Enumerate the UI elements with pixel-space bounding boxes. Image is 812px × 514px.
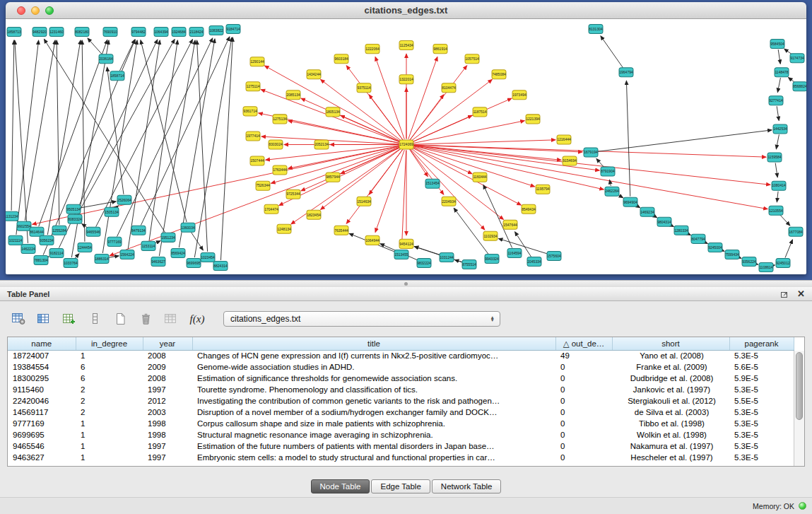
table-cell-pagerank[interactable]: 5.3E-5 <box>729 440 794 452</box>
table-cell-out_degree[interactable]: 0 <box>555 418 612 429</box>
graph-node[interactable]: 1513455 <box>394 250 408 259</box>
graph-node[interactable]: 1064944 <box>365 235 379 245</box>
table-cell-pagerank[interactable]: 5.3E-5 <box>729 452 794 463</box>
graph-node[interactable]: 1442534 <box>773 124 787 134</box>
table-cell-out_degree[interactable]: 0 <box>555 452 612 463</box>
table-cell-name[interactable]: 9465546 <box>8 440 76 452</box>
graph-edge[interactable] <box>369 149 403 194</box>
graph-node[interactable]: 9463627 <box>151 257 165 266</box>
graph-edge[interactable] <box>410 148 484 230</box>
graph-edge[interactable] <box>412 121 524 144</box>
graph-edge[interactable] <box>776 134 779 148</box>
graph-node[interactable]: 1360034 <box>181 223 195 232</box>
graph-edge[interactable] <box>78 40 175 214</box>
graph-node[interactable]: 1187514 <box>473 107 487 117</box>
table-row[interactable]: 969969511998Structural magnetic resonanc… <box>8 429 794 440</box>
graph-node[interactable]: 1033764 <box>64 258 78 267</box>
table-cell-name[interactable]: 9463627 <box>8 452 76 463</box>
graph-node[interactable]: 1547644 <box>503 220 517 229</box>
table-cell-in_degree[interactable]: 1 <box>76 452 143 463</box>
graph-node[interactable]: 1231460 <box>49 28 64 37</box>
table-row[interactable]: 1456911722003Disruption of a novel membe… <box>8 407 794 418</box>
graph-edge[interactable] <box>141 37 229 226</box>
table-options-icon[interactable] <box>8 310 28 328</box>
graph-edge[interactable] <box>775 163 777 177</box>
table-cell-title[interactable]: Estimation of the future numbers of pati… <box>192 440 555 452</box>
graph-node[interactable]: 1951234 <box>161 233 175 242</box>
graph-edge[interactable] <box>779 215 789 226</box>
graph-edge[interactable] <box>220 37 233 260</box>
table-cell-year[interactable]: 2003 <box>143 407 192 418</box>
close-panel-icon[interactable]: ✕ <box>797 289 805 298</box>
table-cell-in_degree[interactable]: 6 <box>76 361 143 373</box>
graph-node[interactable]: 9356224 <box>742 257 756 266</box>
graph-node[interactable]: 1064394 <box>154 28 168 37</box>
graph-node[interactable]: 1153114 <box>141 241 155 250</box>
network-canvas[interactable]: 1858713948292012314608082180769091097944… <box>6 19 806 274</box>
graph-node[interactable]: 1195794 <box>536 185 550 194</box>
table-cell-out_degree[interactable]: 0 <box>555 373 612 384</box>
graph-node[interactable]: 9356234 <box>40 235 54 245</box>
tab-edge-table[interactable]: Edge Table <box>371 479 430 493</box>
graph-edge[interactable] <box>785 240 792 258</box>
graph-node[interactable]: 1275134 <box>273 115 287 124</box>
table-selector-dropdown[interactable]: citations_edges.txt ▲▼ <box>223 311 500 327</box>
graph-node[interactable]: 8047794 <box>691 234 705 243</box>
table-cell-year[interactable]: 1998 <box>143 418 192 429</box>
graph-node[interactable]: 9184714 <box>226 25 240 34</box>
graph-node[interactable]: 1057514 <box>465 54 479 64</box>
graph-edge[interactable] <box>777 192 778 202</box>
graph-node[interactable]: 1434244 <box>307 70 321 79</box>
graph-node[interactable]: 9454124 <box>399 239 413 248</box>
graph-node[interactable]: 1514634 <box>357 197 371 206</box>
tab-node-table[interactable]: Node Table <box>311 479 370 493</box>
graph-node[interactable]: 9832224 <box>417 258 431 267</box>
graph-node[interactable]: 1164594 <box>507 248 522 257</box>
graph-node[interactable]: 8303024 <box>269 140 283 149</box>
graph-node[interactable]: 1083822 <box>209 26 223 35</box>
graph-node[interactable]: 1505134 <box>105 207 119 216</box>
graph-edge[interactable] <box>149 40 177 240</box>
graph-edge[interactable] <box>409 149 428 177</box>
graph-node[interactable]: 1275114 <box>246 82 260 91</box>
graph-node[interactable]: 1977414 <box>246 132 260 141</box>
table-cell-short[interactable]: Wolkin et al. (1998) <box>612 429 729 440</box>
new-document-icon[interactable] <box>110 310 130 328</box>
graph-node[interactable]: 1031244 <box>440 252 454 262</box>
graph-node[interactable]: 1248134 <box>277 224 291 233</box>
graph-node[interactable]: 8131304 <box>589 25 603 34</box>
table-row[interactable]: 1830029562008Estimation of significance … <box>8 373 794 384</box>
table-cell-year[interactable]: 2008 <box>143 373 192 384</box>
table-cell-title[interactable]: Structural magnetic resonance image aver… <box>192 429 555 440</box>
graph-node[interactable]: 8479134 <box>131 226 146 235</box>
minimize-window-icon[interactable] <box>31 6 40 15</box>
table-cell-title[interactable]: Corpus callosum shape and size in male p… <box>192 418 555 429</box>
table-cell-title[interactable]: Changes of HCN gene expression and I(f) … <box>192 350 555 361</box>
graph-node[interactable]: 9902554 <box>17 221 31 230</box>
graph-edge[interactable] <box>412 145 582 152</box>
table-cell-name[interactable]: 19384554 <box>8 361 76 373</box>
table-cell-year[interactable]: 1997 <box>143 440 192 452</box>
graph-edge[interactable] <box>778 49 780 64</box>
graph-node[interactable]: 2052134 <box>314 140 329 149</box>
graph-node[interactable]: 2036164 <box>99 54 113 64</box>
graph-node[interactable]: 1080414 <box>772 181 786 190</box>
graph-node[interactable]: 1513454 <box>425 179 440 188</box>
export-table-icon[interactable] <box>161 310 181 328</box>
graph-edge[interactable] <box>128 40 160 249</box>
graph-edge[interactable] <box>375 150 404 232</box>
table-cell-out_degree[interactable]: 0 <box>555 429 612 440</box>
table-cell-out_degree[interactable]: 0 <box>555 407 612 418</box>
table-cell-pagerank[interactable]: 5.3E-5 <box>729 429 794 440</box>
graph-node[interactable]: 9465546 <box>86 227 100 236</box>
graph-edge[interactable] <box>39 40 107 226</box>
zoom-window-icon[interactable] <box>45 6 54 15</box>
graph-node[interactable]: 1125434 <box>399 41 413 50</box>
graph-node[interactable]: 8791904 <box>601 167 615 176</box>
table-cell-year[interactable]: 2009 <box>143 361 192 373</box>
table-cell-name[interactable]: 14569117 <box>8 407 76 418</box>
table-cell-name[interactable]: 18300295 <box>8 373 76 384</box>
split-pane-divider[interactable] <box>0 280 812 287</box>
table-cell-pagerank[interactable]: 5.3E-5 <box>729 407 794 418</box>
table-cell-title[interactable]: Tourette syndrome. Phenomenology and cla… <box>192 384 555 395</box>
